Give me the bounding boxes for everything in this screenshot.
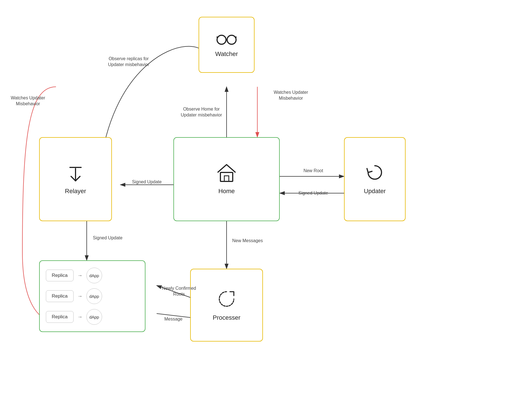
edge-new-messages: New Messages bbox=[229, 238, 266, 244]
replica-group: Replica → dApp Replica → dApp Replica → … bbox=[39, 260, 145, 332]
updater-icon bbox=[366, 163, 384, 185]
edge-new-root: New Root bbox=[291, 168, 336, 174]
processer-label: Processer bbox=[213, 314, 240, 321]
replica-arrow-1: → bbox=[77, 273, 83, 279]
edge-signed-update-down: Signed Update bbox=[90, 235, 126, 241]
svg-rect-17 bbox=[220, 172, 233, 181]
replica-box-3: Replica bbox=[46, 311, 74, 323]
watcher-icon bbox=[216, 32, 237, 48]
edge-watches-updater-left: Watches Updater Misbehavior bbox=[8, 95, 48, 107]
replica-row-1: Replica → dApp bbox=[46, 268, 139, 283]
watcher-label: Watcher bbox=[215, 50, 238, 58]
updater-node: Updater bbox=[344, 137, 406, 221]
relayer-label: Relayer bbox=[65, 188, 86, 195]
watcher-node: Watcher bbox=[199, 17, 255, 73]
edge-signed-update-home: Signed Update bbox=[291, 190, 336, 196]
processer-node: Processer bbox=[190, 269, 263, 342]
replica-row-3: Replica → dApp bbox=[46, 309, 139, 325]
edge-message: Message bbox=[159, 316, 187, 322]
relayer-node: Relayer bbox=[39, 137, 112, 221]
edge-observe-home: Observe Home for Updater misbehavior bbox=[179, 106, 224, 118]
home-icon bbox=[216, 163, 237, 185]
dapp-circle-3: dApp bbox=[86, 309, 102, 325]
svg-point-12 bbox=[217, 35, 226, 44]
svg-rect-18 bbox=[224, 176, 229, 181]
dapp-circle-2: dApp bbox=[86, 288, 102, 304]
replica-arrow-3: → bbox=[77, 314, 83, 320]
dapp-circle-1: dApp bbox=[86, 268, 102, 283]
edge-signed-update-relayer: Signed Update bbox=[127, 179, 166, 185]
replica-row-2: Replica → dApp bbox=[46, 288, 139, 304]
edge-newly-confirmed: Newly Confirmed Roots bbox=[159, 286, 199, 297]
edge-watches-updater-right: Watches Updater Misbehavior bbox=[269, 90, 313, 101]
processer-icon bbox=[216, 289, 237, 311]
replica-box-1: Replica bbox=[46, 270, 74, 281]
home-node: Home bbox=[173, 137, 280, 221]
edge-observe-replicas: Observe replicas for Updater misbehavior bbox=[101, 56, 157, 68]
updater-label: Updater bbox=[364, 188, 386, 195]
svg-point-13 bbox=[227, 35, 236, 44]
home-label: Home bbox=[218, 188, 235, 195]
relayer-icon bbox=[67, 163, 84, 185]
replica-arrow-2: → bbox=[77, 293, 83, 299]
diagram-container: Watcher Home Relayer bbox=[0, 0, 532, 402]
replica-box-2: Replica bbox=[46, 290, 74, 302]
